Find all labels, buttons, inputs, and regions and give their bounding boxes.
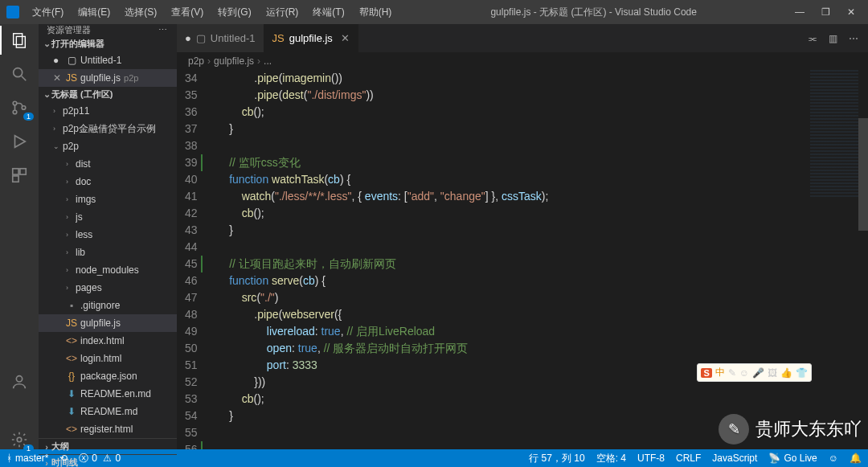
tree-folder[interactable]: ⌄p2p bbox=[39, 137, 177, 155]
close-button[interactable]: ✕ bbox=[845, 6, 857, 18]
tree-file[interactable]: ▪.gitignore bbox=[39, 297, 177, 314]
window-title: gulpfile.js - 无标题 (工作区) - Visual Studio … bbox=[398, 6, 789, 19]
workspace-section[interactable]: ⌄无标题 (工作区) bbox=[39, 87, 177, 102]
svg-rect-9 bbox=[20, 169, 26, 174]
open-editor-item[interactable]: ✕JSgulpfile.jsp2p bbox=[39, 69, 177, 87]
menu-item[interactable]: 查看(V) bbox=[165, 3, 210, 22]
search-icon[interactable] bbox=[10, 64, 29, 84]
tree-file[interactable]: ⬇README.en.md bbox=[39, 385, 177, 403]
svg-rect-8 bbox=[13, 169, 18, 174]
tree-folder[interactable]: ›dist bbox=[39, 155, 177, 173]
menu-item[interactable]: 选择(S) bbox=[118, 3, 163, 22]
breadcrumb-item[interactable]: ... bbox=[264, 55, 272, 67]
sidebar: 资源管理器 ⋯ ⌄打开的编辑器 ●▢Untitled-1✕JSgulpfile.… bbox=[39, 24, 177, 449]
source-control-icon[interactable]: 1 bbox=[10, 98, 29, 117]
svg-point-4 bbox=[13, 101, 17, 105]
ime-icon[interactable]: ✎ bbox=[728, 367, 736, 379]
status-notifications[interactable]: 🔔 bbox=[850, 452, 862, 465]
settings-badge: 1 bbox=[23, 444, 34, 453]
extensions-icon[interactable] bbox=[10, 166, 29, 185]
menu-item[interactable]: 编辑(E) bbox=[72, 3, 117, 22]
run-debug-icon[interactable] bbox=[10, 132, 29, 151]
maximize-button[interactable]: ❐ bbox=[820, 6, 831, 18]
ime-icon[interactable]: 🖼 bbox=[768, 367, 777, 379]
tree-file[interactable]: JSgulpfile.js bbox=[39, 314, 177, 332]
toolbar-more-icon[interactable]: ⋯ bbox=[849, 33, 858, 44]
status-golive[interactable]: 📡 Go Live bbox=[768, 452, 817, 465]
svg-rect-10 bbox=[13, 176, 18, 182]
menu-item[interactable]: 转到(G) bbox=[211, 3, 257, 22]
editor-area: ●▢Untitled-1JSgulpfile.js✕ ⫘ ▥ ⋯ p2p›gul… bbox=[177, 24, 868, 449]
vscode-icon bbox=[6, 6, 19, 18]
status-branch[interactable]: ᚼ master* bbox=[6, 453, 48, 464]
status-eol[interactable]: CRLF bbox=[676, 452, 701, 465]
window-controls: — ❐ ✕ bbox=[789, 6, 862, 18]
breadcrumb-item[interactable]: p2p bbox=[188, 55, 204, 67]
tree-file[interactable]: {}package.json bbox=[39, 367, 177, 385]
svg-point-6 bbox=[22, 106, 26, 110]
open-editor-item[interactable]: ●▢Untitled-1 bbox=[39, 51, 177, 69]
status-lang[interactable]: JavaScript bbox=[712, 452, 757, 465]
menu-item[interactable]: 帮助(H) bbox=[353, 3, 399, 22]
status-cursor[interactable]: 行 57，列 10 bbox=[529, 452, 584, 465]
ime-icon[interactable]: ☺ bbox=[739, 367, 749, 379]
tree-folder[interactable]: ›p2p11 bbox=[39, 102, 177, 120]
tree-folder[interactable]: ›pages bbox=[39, 279, 177, 297]
menu-item[interactable]: 文件(F) bbox=[26, 3, 70, 22]
svg-point-12 bbox=[17, 437, 22, 442]
tree-file[interactable]: <>register.html bbox=[39, 420, 177, 438]
menu-bar: 文件(F)编辑(E)选择(S)查看(V)转到(G)运行(R)终端(T)帮助(H) bbox=[26, 3, 398, 22]
sidebar-more-icon[interactable]: ⋯ bbox=[158, 25, 169, 35]
tree-folder[interactable]: ›imgs bbox=[39, 190, 177, 208]
tree-file[interactable]: <>index.html bbox=[39, 332, 177, 350]
svg-point-5 bbox=[13, 110, 17, 114]
tree-folder[interactable]: ›js bbox=[39, 208, 177, 226]
tree-folder[interactable]: ›lib bbox=[39, 244, 177, 261]
ime-icon[interactable]: 👍 bbox=[780, 367, 792, 379]
tree-folder[interactable]: ›p2p金融借贷平台示例 bbox=[39, 120, 177, 137]
sidebar-title: 资源管理器 bbox=[47, 24, 91, 36]
status-sync[interactable]: ⟲ bbox=[59, 453, 68, 464]
activity-bar: 1 1 bbox=[0, 24, 39, 449]
editor-tab[interactable]: ●▢Untitled-1 bbox=[177, 24, 264, 52]
tree-folder[interactable]: ›node_modules bbox=[39, 261, 177, 279]
code-editor[interactable]: 3435363738394041424344454647484950515253… bbox=[177, 70, 868, 449]
scm-badge: 1 bbox=[23, 113, 34, 121]
accounts-icon[interactable] bbox=[10, 372, 29, 391]
file-tree: ›p2p11›p2p金融借贷平台示例⌄p2p›dist›doc›imgs›js›… bbox=[39, 102, 177, 438]
minimize-button[interactable]: — bbox=[794, 6, 805, 18]
svg-marker-7 bbox=[15, 136, 26, 148]
explorer-icon[interactable] bbox=[10, 31, 29, 50]
breadcrumb-item[interactable]: gulpfile.js bbox=[214, 55, 254, 67]
toolbar-compare-icon[interactable]: ⫘ bbox=[808, 33, 817, 44]
svg-line-3 bbox=[22, 76, 27, 81]
line-gutter: 3435363738394041424344454647484950515253… bbox=[177, 70, 212, 449]
svg-point-11 bbox=[16, 376, 22, 382]
open-editors-section[interactable]: ⌄打开的编辑器 bbox=[39, 36, 177, 51]
tree-folder[interactable]: ›doc bbox=[39, 173, 177, 190]
svg-rect-0 bbox=[14, 34, 23, 45]
toolbar-split-icon[interactable]: ▥ bbox=[829, 33, 837, 44]
menu-item[interactable]: 运行(R) bbox=[260, 3, 305, 22]
open-editors-list: ●▢Untitled-1✕JSgulpfile.jsp2p bbox=[39, 51, 177, 87]
scrollbar-thumb[interactable] bbox=[858, 118, 868, 231]
settings-icon[interactable]: 1 bbox=[10, 430, 29, 449]
menu-item[interactable]: 终端(T) bbox=[306, 3, 350, 22]
editor-tab[interactable]: JSgulpfile.js✕ bbox=[264, 24, 358, 52]
ime-toolbar[interactable]: S 中 ✎☺🎤🖼👍👕 bbox=[697, 363, 812, 382]
status-problems[interactable]: ⓧ 0 ⚠ 0 bbox=[79, 452, 121, 465]
status-feedback[interactable]: ☺ bbox=[829, 452, 838, 465]
status-encoding[interactable]: UTF-8 bbox=[637, 452, 665, 465]
svg-point-2 bbox=[14, 68, 23, 77]
title-bar: 文件(F)编辑(E)选择(S)查看(V)转到(G)运行(R)终端(T)帮助(H)… bbox=[0, 0, 868, 24]
breadcrumbs[interactable]: p2p›gulpfile.js›... bbox=[177, 52, 868, 70]
tree-folder[interactable]: ›less bbox=[39, 226, 177, 244]
tree-file[interactable]: ⬇README.md bbox=[39, 403, 177, 420]
editor-scrollbar[interactable] bbox=[858, 70, 868, 449]
code-content[interactable]: .pipe(imagemin()) .pipe(dest("./dist/img… bbox=[212, 70, 868, 449]
ime-icon[interactable]: 👕 bbox=[796, 367, 808, 379]
editor-tabs: ●▢Untitled-1JSgulpfile.js✕ ⫘ ▥ ⋯ bbox=[177, 24, 868, 52]
ime-icon[interactable]: 🎤 bbox=[752, 367, 764, 379]
tree-file[interactable]: <>login.html bbox=[39, 350, 177, 367]
status-spaces[interactable]: 空格: 4 bbox=[596, 452, 626, 465]
